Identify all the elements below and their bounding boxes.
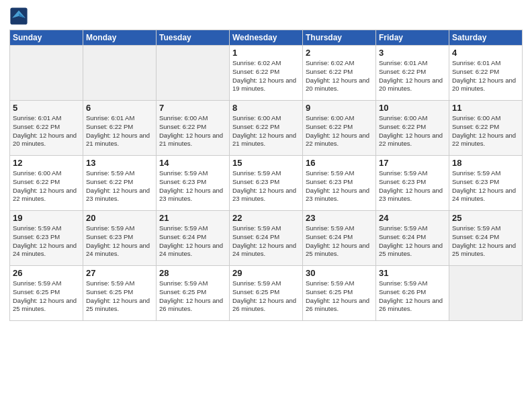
calendar-cell: 5Sunrise: 6:01 AM Sunset: 6:22 PM Daylig… [10, 101, 83, 156]
day-of-week-header: Saturday [449, 30, 523, 46]
day-number: 29 [232, 268, 300, 278]
page-container: SundayMondayTuesdayWednesdayThursdayFrid… [0, 0, 532, 411]
day-number: 28 [159, 268, 226, 278]
day-info: Sunrise: 6:00 AM Sunset: 6:22 PM Dayligh… [379, 114, 446, 148]
calendar-cell: 11Sunrise: 6:00 AM Sunset: 6:22 PM Dayli… [449, 101, 523, 156]
day-info: Sunrise: 5:59 AM Sunset: 6:22 PM Dayligh… [86, 169, 153, 203]
day-number: 22 [232, 213, 300, 223]
calendar-week-row: 5Sunrise: 6:01 AM Sunset: 6:22 PM Daylig… [10, 101, 523, 156]
calendar-cell: 27Sunrise: 5:59 AM Sunset: 6:25 PM Dayli… [83, 266, 157, 321]
day-number: 14 [159, 158, 226, 168]
day-number: 3 [379, 48, 446, 58]
day-info: Sunrise: 5:59 AM Sunset: 6:23 PM Dayligh… [86, 224, 153, 259]
calendar-cell: 2Sunrise: 6:02 AM Sunset: 6:22 PM Daylig… [303, 46, 376, 101]
day-info: Sunrise: 5:59 AM Sunset: 6:23 PM Dayligh… [452, 169, 519, 203]
calendar-cell: 26Sunrise: 5:59 AM Sunset: 6:25 PM Dayli… [10, 266, 83, 321]
day-info: Sunrise: 6:00 AM Sunset: 6:22 PM Dayligh… [306, 114, 373, 148]
day-number: 7 [159, 103, 226, 113]
day-number: 16 [306, 158, 373, 168]
day-number: 9 [306, 103, 373, 113]
calendar-cell: 24Sunrise: 5:59 AM Sunset: 6:24 PM Dayli… [376, 211, 449, 266]
day-number: 20 [86, 213, 153, 223]
day-number: 23 [306, 213, 373, 223]
day-info: Sunrise: 6:00 AM Sunset: 6:22 PM Dayligh… [452, 114, 519, 148]
page-header [9, 7, 523, 26]
day-info: Sunrise: 5:59 AM Sunset: 6:23 PM Dayligh… [232, 169, 300, 203]
day-info: Sunrise: 6:01 AM Sunset: 6:22 PM Dayligh… [379, 59, 446, 93]
calendar-cell: 21Sunrise: 5:59 AM Sunset: 6:24 PM Dayli… [157, 211, 230, 266]
calendar-cell: 18Sunrise: 5:59 AM Sunset: 6:23 PM Dayli… [449, 156, 523, 211]
day-info: Sunrise: 5:59 AM Sunset: 6:25 PM Dayligh… [13, 279, 80, 314]
day-number: 30 [306, 268, 373, 278]
day-info: Sunrise: 5:59 AM Sunset: 6:26 PM Dayligh… [379, 279, 446, 314]
calendar-cell: 1Sunrise: 6:02 AM Sunset: 6:22 PM Daylig… [230, 46, 303, 101]
day-number: 31 [379, 268, 446, 278]
calendar-week-row: 1Sunrise: 6:02 AM Sunset: 6:22 PM Daylig… [10, 46, 523, 101]
day-info: Sunrise: 5:59 AM Sunset: 6:25 PM Dayligh… [232, 279, 300, 314]
day-info: Sunrise: 6:01 AM Sunset: 6:22 PM Dayligh… [13, 114, 80, 148]
day-info: Sunrise: 5:59 AM Sunset: 6:23 PM Dayligh… [379, 169, 446, 203]
calendar-cell: 16Sunrise: 5:59 AM Sunset: 6:23 PM Dayli… [303, 156, 376, 211]
calendar-cell: 25Sunrise: 5:59 AM Sunset: 6:24 PM Dayli… [449, 211, 523, 266]
day-info: Sunrise: 5:59 AM Sunset: 6:24 PM Dayligh… [232, 224, 300, 259]
day-number: 5 [13, 103, 80, 113]
logo [9, 7, 30, 26]
day-info: Sunrise: 6:01 AM Sunset: 6:22 PM Dayligh… [452, 59, 519, 93]
day-number: 27 [86, 268, 153, 278]
day-number: 26 [13, 268, 80, 278]
day-number: 11 [452, 103, 519, 113]
day-of-week-header: Tuesday [157, 30, 230, 46]
day-number: 17 [379, 158, 446, 168]
day-info: Sunrise: 6:00 AM Sunset: 6:22 PM Dayligh… [159, 114, 226, 148]
calendar-cell: 8Sunrise: 6:00 AM Sunset: 6:22 PM Daylig… [230, 101, 303, 156]
day-number: 1 [232, 48, 300, 58]
calendar-cell: 19Sunrise: 5:59 AM Sunset: 6:23 PM Dayli… [10, 211, 83, 266]
calendar-cell: 28Sunrise: 5:59 AM Sunset: 6:25 PM Dayli… [157, 266, 230, 321]
day-number: 10 [379, 103, 446, 113]
calendar-week-row: 19Sunrise: 5:59 AM Sunset: 6:23 PM Dayli… [10, 211, 523, 266]
day-info: Sunrise: 5:59 AM Sunset: 6:23 PM Dayligh… [13, 224, 80, 259]
day-of-week-header: Sunday [10, 30, 83, 46]
day-number: 18 [452, 158, 519, 168]
calendar-cell: 22Sunrise: 5:59 AM Sunset: 6:24 PM Dayli… [230, 211, 303, 266]
day-number: 2 [306, 48, 373, 58]
calendar-table: SundayMondayTuesdayWednesdayThursdayFrid… [9, 30, 523, 321]
day-number: 6 [86, 103, 153, 113]
day-info: Sunrise: 5:59 AM Sunset: 6:24 PM Dayligh… [159, 224, 226, 259]
calendar-cell: 23Sunrise: 5:59 AM Sunset: 6:24 PM Dayli… [303, 211, 376, 266]
day-info: Sunrise: 5:59 AM Sunset: 6:24 PM Dayligh… [379, 224, 446, 259]
day-number: 8 [232, 103, 300, 113]
day-number: 15 [232, 158, 300, 168]
day-info: Sunrise: 5:59 AM Sunset: 6:24 PM Dayligh… [306, 224, 373, 259]
day-of-week-header: Friday [376, 30, 449, 46]
day-info: Sunrise: 6:00 AM Sunset: 6:22 PM Dayligh… [13, 169, 80, 203]
day-info: Sunrise: 5:59 AM Sunset: 6:23 PM Dayligh… [306, 169, 373, 203]
calendar-cell [449, 266, 523, 321]
day-number: 4 [452, 48, 519, 58]
day-info: Sunrise: 5:59 AM Sunset: 6:25 PM Dayligh… [306, 279, 373, 314]
calendar-cell: 3Sunrise: 6:01 AM Sunset: 6:22 PM Daylig… [376, 46, 449, 101]
day-info: Sunrise: 5:59 AM Sunset: 6:25 PM Dayligh… [86, 279, 153, 314]
calendar-week-row: 12Sunrise: 6:00 AM Sunset: 6:22 PM Dayli… [10, 156, 523, 211]
day-info: Sunrise: 6:01 AM Sunset: 6:22 PM Dayligh… [86, 114, 153, 148]
logo-icon [9, 7, 28, 26]
calendar-cell: 4Sunrise: 6:01 AM Sunset: 6:22 PM Daylig… [449, 46, 523, 101]
calendar-cell: 6Sunrise: 6:01 AM Sunset: 6:22 PM Daylig… [83, 101, 157, 156]
calendar-cell: 12Sunrise: 6:00 AM Sunset: 6:22 PM Dayli… [10, 156, 83, 211]
day-info: Sunrise: 5:59 AM Sunset: 6:23 PM Dayligh… [159, 169, 226, 203]
calendar-cell: 10Sunrise: 6:00 AM Sunset: 6:22 PM Dayli… [376, 101, 449, 156]
calendar-cell: 20Sunrise: 5:59 AM Sunset: 6:23 PM Dayli… [83, 211, 157, 266]
day-of-week-header: Wednesday [230, 30, 303, 46]
calendar-cell: 7Sunrise: 6:00 AM Sunset: 6:22 PM Daylig… [157, 101, 230, 156]
day-number: 21 [159, 213, 226, 223]
calendar-cell [157, 46, 230, 101]
day-number: 25 [452, 213, 519, 223]
calendar-cell: 9Sunrise: 6:00 AM Sunset: 6:22 PM Daylig… [303, 101, 376, 156]
day-of-week-header: Thursday [303, 30, 376, 46]
calendar-cell [10, 46, 83, 101]
day-of-week-header: Monday [83, 30, 157, 46]
day-number: 24 [379, 213, 446, 223]
calendar-cell: 31Sunrise: 5:59 AM Sunset: 6:26 PM Dayli… [376, 266, 449, 321]
day-number: 19 [13, 213, 80, 223]
calendar-header-row: SundayMondayTuesdayWednesdayThursdayFrid… [10, 30, 523, 46]
